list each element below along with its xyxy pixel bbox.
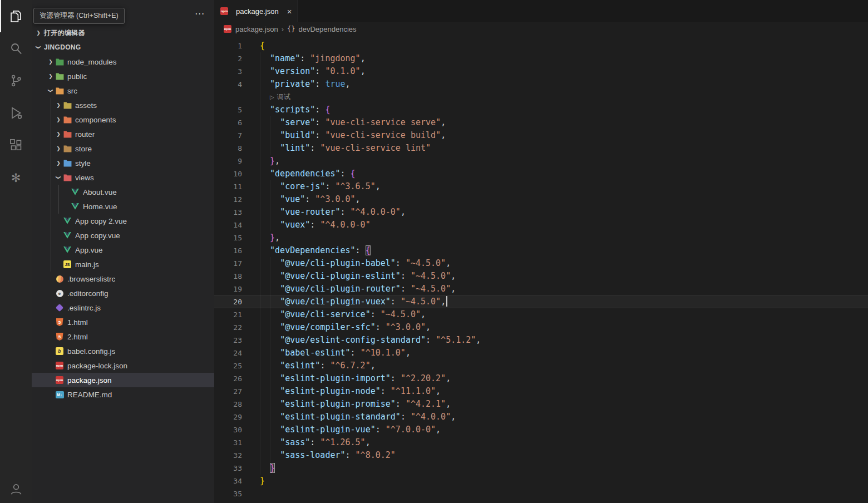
chevron-right-icon: ❯ [54,160,63,166]
tree-item-app-copy-vue[interactable]: ❯App copy.vue [32,228,214,243]
code-line-27[interactable]: 27 "eslint-plugin-node": "^11.1.0", [214,385,868,398]
tree-item-style[interactable]: ❯style [32,156,214,170]
code-text: "lint": "vue-cli-service lint" [260,142,431,155]
tree-item-eslintrc-js[interactable]: ❯.eslintrc.js [32,300,214,315]
code-line-14[interactable]: 14 "vuex": "^4.0.0-0" [214,219,868,231]
tree-item-1-html[interactable]: ❯51.html [32,315,214,329]
code-line-35[interactable]: 35 [214,487,868,500]
line-number: 14 [214,219,242,231]
code-line-9[interactable]: 9 }, [214,155,868,167]
tree-item-views[interactable]: ❯views [32,170,214,185]
tree-item-2-html[interactable]: ❯52.html [32,329,214,344]
code-line-34[interactable]: 34} [214,475,868,487]
activity-explorer-button[interactable] [0,0,32,32]
codelens-debug[interactable]: ▷调试 [214,91,868,103]
babel-icon: b [55,347,64,356]
code-line-26[interactable]: 26 "eslint-plugin-import": "^2.20.2", [214,372,868,385]
line-number: 9 [214,155,242,167]
indent-guide [270,270,270,283]
vue-icon [71,188,80,196]
code-line-19[interactable]: 19 "@vue/cli-plugin-router": "~4.5.0", [214,283,868,295]
code-line-2[interactable]: 2 "name": "jingdong", [214,52,868,65]
tree-item-store[interactable]: ❯store [32,141,214,156]
code-editor[interactable]: 1{2 "name": "jingdong",3 "version": "0.1… [214,36,868,503]
activity-source-control-button[interactable] [0,65,32,97]
code-line-28[interactable]: 28 "eslint-plugin-promise": "^4.2.1", [214,398,868,411]
code-line-29[interactable]: 29 "eslint-plugin-standard": "^4.0.0", [214,411,868,423]
tree-item-app-vue[interactable]: ❯App.vue [32,243,214,257]
open-editors-section[interactable]: ❯ 打开的编辑器 [32,26,214,40]
tab-label: package.json [236,7,279,16]
code-line-20[interactable]: 20 "@vue/cli-plugin-vuex": "~4.5.0", [214,295,868,308]
code-line-4[interactable]: 4 "private": true, [214,78,868,91]
indent-guide [260,359,260,372]
code-line-1[interactable]: 1{ [214,40,868,52]
js-icon: JS [63,260,72,269]
tree-item-home-vue[interactable]: ❯Home.vue [32,199,214,214]
tree-item-babel-config-js[interactable]: ❯bbabel.config.js [32,344,214,358]
code-line-7[interactable]: 7 "build": "vue-cli-service build", [214,129,868,142]
sidebar-header: 资源管理器 (Ctrl+Shift+E) ⋯ [32,0,214,26]
tree-item-label: public [67,72,87,81]
tree-item-components[interactable]: ❯components [32,112,214,127]
code-line-23[interactable]: 23 "@vue/eslint-config-standard": "^5.1.… [214,334,868,347]
tree-item-about-vue[interactable]: ❯About.vue [32,185,214,199]
activity-extensions-button[interactable] [0,129,32,161]
indent-guide [260,423,260,436]
code-line-5[interactable]: 5 "scripts": { [214,103,868,116]
editor-group: npm package.json × npm package.json › {}… [214,0,868,503]
close-icon[interactable]: × [287,7,292,16]
code-line-30[interactable]: 30 "eslint-plugin-vue": "^7.0.0-0", [214,423,868,436]
code-line-13[interactable]: 13 "vue-router": "^4.0.0-0", [214,206,868,219]
code-line-15[interactable]: 15 }, [214,231,868,244]
tab-package-json[interactable]: npm package.json × [214,0,298,22]
activity-chatgpt-button[interactable]: ✻ [0,161,32,194]
code-line-17[interactable]: 17 "@vue/cli-plugin-babel": "~4.5.0", [214,257,868,270]
breadcrumb-item-symbol[interactable]: devDependencies [298,25,356,33]
tree-item-browserslistrc[interactable]: ❯.browserslistrc [32,272,214,286]
code-text: "@vue/cli-plugin-babel": "~4.5.0", [260,257,451,270]
tree-item-router[interactable]: ❯router [32,127,214,141]
activity-search-button[interactable] [0,32,32,65]
tree-item-readme-md[interactable]: ❯M↓README.md [32,387,214,402]
code-line-32[interactable]: 32 "sass-loader": "^8.0.2" [214,449,868,462]
vue-icon [71,202,80,211]
tree-item-package-json[interactable]: ❯npmpackage.json [32,373,214,387]
code-line-10[interactable]: 10 "dependencies": { [214,167,868,180]
search-icon [9,41,23,56]
tree-item-assets[interactable]: ❯assets [32,98,214,112]
line-number: 27 [214,385,242,398]
line-number: 32 [214,449,242,462]
tree-item-editorconfig[interactable]: ❯e.editorconfig [32,286,214,300]
code-line-33[interactable]: 33 } [214,462,868,475]
chevron-right-icon: ❯ [34,30,43,36]
code-line-22[interactable]: 22 "@vue/compiler-sfc": "^3.0.0", [214,321,868,334]
activity-run-and-debug-button[interactable] [0,97,32,129]
code-line-18[interactable]: 18 "@vue/cli-plugin-eslint": "~4.5.0", [214,270,868,283]
tree-item-app-copy-2-vue[interactable]: ❯App copy 2.vue [32,214,214,228]
tree-item-public[interactable]: ❯public [32,69,214,83]
code-line-3[interactable]: 3 "version": "0.1.0", [214,65,868,78]
code-line-12[interactable]: 12 "vue": "^3.0.0", [214,193,868,206]
code-line-25[interactable]: 25 "eslint": "^6.7.2", [214,359,868,372]
line-number: 35 [214,487,242,500]
breadcrumb-item-file[interactable]: package.json [235,25,278,33]
code-line-11[interactable]: 11 "core-js": "^3.6.5", [214,180,868,193]
tree-item-main-js[interactable]: ❯JSmain.js [32,257,214,272]
code-line-8[interactable]: 8 "lint": "vue-cli-service lint" [214,142,868,155]
more-actions-icon[interactable]: ⋯ [195,8,204,19]
activity-account-button[interactable] [0,475,32,503]
code-text: "@vue/eslint-config-standard": "^5.1.2", [260,334,481,347]
indent-guide [260,103,260,116]
code-line-16[interactable]: 16 "devDependencies": { [214,244,868,257]
tree-item-node-modules[interactable]: ❯node_modules [32,55,214,69]
project-section-header[interactable]: ❯ JINGDONG [32,40,214,55]
tree-item-src[interactable]: ❯src [32,83,214,98]
code-line-24[interactable]: 24 "babel-eslint": "^10.1.0", [214,347,868,359]
tree-item-package-lock-json[interactable]: ❯npmpackage-lock.json [32,358,214,373]
chevron-right-icon: ❯ [46,59,55,65]
indent-guide [270,411,270,423]
code-line-31[interactable]: 31 "sass": "^1.26.5", [214,436,868,449]
code-line-6[interactable]: 6 "serve": "vue-cli-service serve", [214,116,868,129]
code-line-21[interactable]: 21 "@vue/cli-service": "~4.5.0", [214,308,868,321]
